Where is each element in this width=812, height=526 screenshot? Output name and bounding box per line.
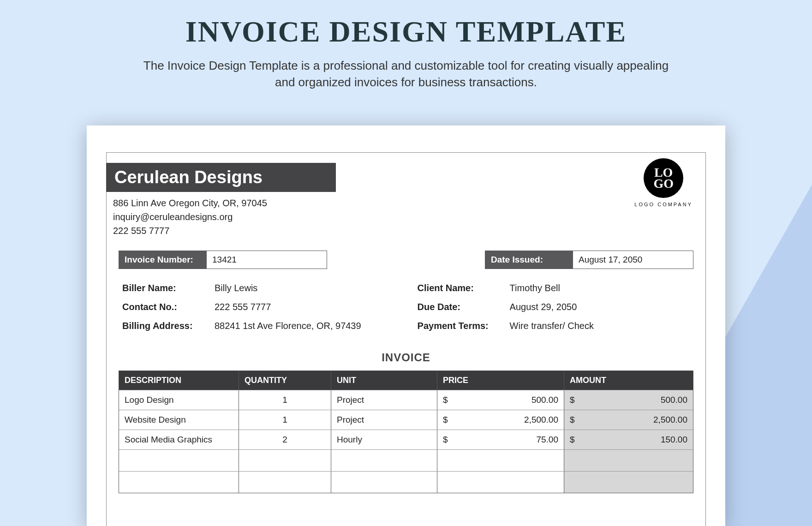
logo-caption: LOGO COMPANY [634, 202, 693, 207]
col-unit: UNIT [331, 371, 437, 390]
payment-terms-label: Payment Terms: [418, 321, 510, 331]
client-name-value: Timothy Bell [510, 283, 690, 293]
col-price: PRICE [437, 371, 564, 390]
cell-quantity: 2 [239, 430, 331, 449]
invoice-heading: INVOICE [107, 351, 705, 364]
meta-row: Invoice Number: 13421 Date Issued: Augus… [119, 251, 693, 269]
cell-description: Social Media Graphics [119, 430, 239, 449]
company-address: 886 Linn Ave Oregon City, OR, 97045 [113, 196, 267, 210]
biller-column: Biller Name:Billy Lewis Contact No.:222 … [122, 283, 394, 340]
currency-symbol: $ [443, 435, 448, 445]
biller-contact-value: 222 555 7777 [215, 302, 394, 312]
company-phone: 222 555 7777 [113, 224, 267, 238]
line-items-table: DESCRIPTION QUANTITY UNIT PRICE AMOUNT L… [119, 371, 693, 493]
col-amount: AMOUNT [564, 371, 693, 390]
invoice-frame: Cerulean Designs 886 Linn Ave Oregon Cit… [106, 152, 706, 526]
invoice-number-value: 13421 [207, 251, 327, 269]
cell-unit: Project [331, 410, 437, 430]
currency-symbol: $ [443, 395, 448, 405]
cell-price: 75.00 [536, 435, 558, 445]
cell-amount: 2,500.00 [653, 415, 687, 425]
cell-amount: 500.00 [661, 395, 687, 405]
cell-description: Logo Design [119, 390, 239, 410]
currency-symbol: $ [570, 395, 575, 405]
table-row-empty [119, 449, 693, 471]
cell-quantity: 1 [239, 410, 331, 430]
cell-amount: 150.00 [661, 435, 687, 445]
due-date-value: August 29, 2050 [510, 302, 690, 312]
table-row: Logo Design 1 Project $500.00 $500.00 [119, 390, 693, 410]
invoice-paper: Cerulean Designs 886 Linn Ave Oregon Cit… [87, 126, 725, 526]
cell-price: 500.00 [531, 395, 558, 405]
currency-symbol: $ [443, 415, 448, 425]
table-header-row: DESCRIPTION QUANTITY UNIT PRICE AMOUNT [119, 371, 693, 390]
currency-symbol: $ [570, 435, 575, 445]
logo-block: LO GO LOGO COMPANY [634, 158, 693, 207]
col-description: DESCRIPTION [119, 371, 239, 390]
date-issued-value: August 17, 2050 [573, 251, 693, 269]
cell-quantity: 1 [239, 390, 331, 410]
cell-description: Website Design [119, 410, 239, 430]
page-title: INVOICE DESIGN TEMPLATE [0, 0, 812, 49]
col-quantity: QUANTITY [239, 371, 331, 390]
company-email: inquiry@ceruleandesigns.org [113, 210, 267, 224]
company-name-bar: Cerulean Designs [106, 163, 336, 192]
client-column: Client Name:Timothy Bell Due Date:August… [418, 283, 690, 340]
table-row: Social Media Graphics 2 Hourly $75.00 $1… [119, 430, 693, 449]
biller-contact-label: Contact No.: [122, 302, 215, 312]
logo-line2: GO [653, 178, 674, 189]
invoice-number-label: Invoice Number: [119, 251, 207, 269]
biller-name-value: Billy Lewis [215, 283, 394, 293]
logo-icon: LO GO [644, 158, 683, 198]
due-date-label: Due Date: [418, 302, 510, 312]
client-name-label: Client Name: [418, 283, 510, 293]
biller-name-label: Biller Name: [122, 283, 215, 293]
invoice-number-box: Invoice Number: 13421 [119, 251, 327, 269]
cell-unit: Hourly [331, 430, 437, 449]
company-contact-block: 886 Linn Ave Oregon City, OR, 97045 inqu… [113, 196, 267, 238]
biller-address-label: Billing Address: [122, 321, 215, 331]
date-issued-box: Date Issued: August 17, 2050 [485, 251, 693, 269]
page-subtitle: The Invoice Design Template is a profess… [141, 57, 671, 91]
currency-symbol: $ [570, 415, 575, 425]
table-row-empty [119, 471, 693, 493]
date-issued-label: Date Issued: [485, 251, 573, 269]
details-row: Biller Name:Billy Lewis Contact No.:222 … [122, 283, 690, 340]
payment-terms-value: Wire transfer/ Check [510, 321, 690, 331]
cell-unit: Project [331, 390, 437, 410]
biller-address-value: 88241 1st Ave Florence, OR, 97439 [215, 321, 394, 331]
table-row: Website Design 1 Project $2,500.00 $2,50… [119, 410, 693, 430]
cell-price: 2,500.00 [524, 415, 558, 425]
